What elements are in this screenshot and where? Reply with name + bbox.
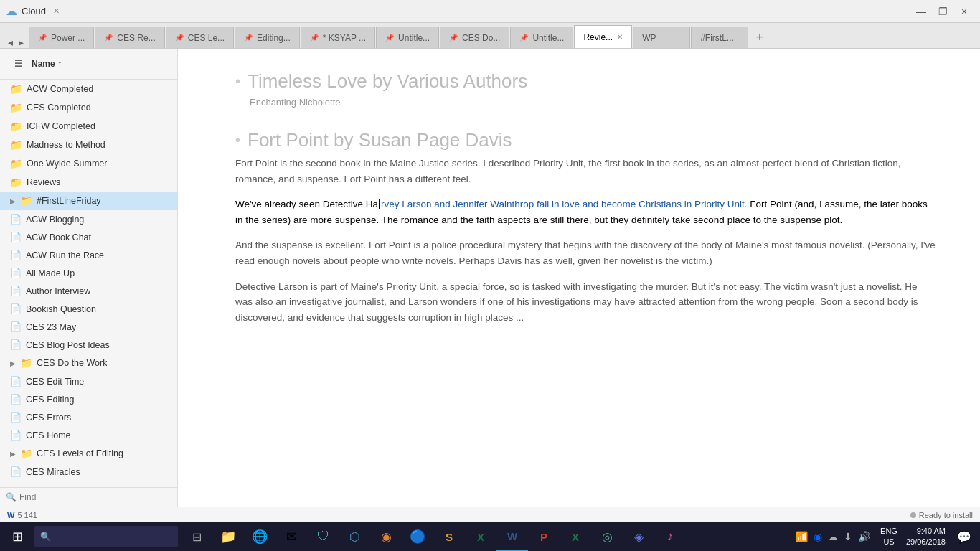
sidebar-item-ces-errors[interactable]: 📄 CES Errors <box>0 408 177 426</box>
tab-label: Untitle... <box>398 33 430 43</box>
tab-prev-button[interactable]: ◂ <box>6 37 15 48</box>
sidebar: ☰ Name ↑ 📁 ACW Completed 📁 CES Completed… <box>0 49 178 507</box>
sidebar-menu-icon[interactable]: ☰ <box>7 53 29 75</box>
doc-icon: 📄 <box>10 232 22 242</box>
close-small-icon[interactable]: ✕ <box>53 6 60 16</box>
sidebar-item-ces-do-work[interactable]: ▶ 📁 CES Do the Work <box>0 354 177 372</box>
doc-icon: 📄 <box>10 214 22 225</box>
restore-button[interactable]: ❐ <box>933 1 953 22</box>
expand-arrow-icon: ▶ <box>10 359 16 367</box>
taskbar-app-word[interactable]: W <box>496 522 528 551</box>
start-button[interactable]: ⊞ <box>3 522 32 551</box>
speaker-icon[interactable]: 🔊 <box>857 531 872 542</box>
sidebar-search: 🔍 <box>0 487 177 507</box>
tab-close-icon[interactable]: ✕ <box>617 33 623 41</box>
tab-untitled2[interactable]: 📌 Untitle... <box>510 27 573 48</box>
sidebar-item-acw-book-chat[interactable]: 📄 ACW Book Chat <box>0 228 177 246</box>
sidebar-item-ces-completed[interactable]: 📁 CES Completed <box>0 98 177 117</box>
tab-ces-le[interactable]: 📌 CES Le... <box>166 27 234 48</box>
sidebar-item-firstlinefriday[interactable]: ▶ 📁 #FirstLineFriday <box>0 192 177 210</box>
taskbar-app-diamond[interactable]: ◈ <box>623 522 654 551</box>
minimize-button[interactable]: — <box>911 1 931 22</box>
text-cursor <box>379 199 380 209</box>
tab-next-button[interactable]: ▸ <box>17 37 26 48</box>
taskbar-app-powerpoint[interactable]: P <box>528 522 560 551</box>
taskbar-app-explorer[interactable]: 📁 <box>212 522 244 551</box>
folder-icon: 📁 <box>10 139 22 151</box>
sidebar-item-one-wylde[interactable]: 📁 One Wylde Summer <box>0 154 177 173</box>
taskbar-app-edge[interactable]: 🌐 <box>244 522 275 551</box>
sidebar-item-ces-23-may[interactable]: 📄 CES 23 May <box>0 318 177 336</box>
taskbar-app-hex[interactable]: ⬡ <box>339 522 370 551</box>
sidebar-item-icfw-completed[interactable]: 📁 ICFW Completed <box>0 117 177 136</box>
taskbar-clock[interactable]: 9:40 AM 29/06/2018 <box>900 526 951 548</box>
sidebar-item-ces-editing[interactable]: 📄 CES Editing <box>0 390 177 408</box>
sidebar-item-label: CES Editing <box>26 395 74 405</box>
sidebar-item-ces-home[interactable]: 📄 CES Home <box>0 426 177 444</box>
tab-ksyap[interactable]: 📌 * KSYAP ... <box>301 27 375 48</box>
doc-para-3: And the suspense is excellent. Fort Poin… <box>235 237 937 268</box>
heading-text: Fort Point by Susan Page Davis <box>248 129 512 151</box>
sidebar-item-label: CES 23 May <box>26 322 76 332</box>
tab-revie[interactable]: Revie... ✕ <box>574 25 632 48</box>
sidebar-item-ces-blog[interactable]: 📄 CES Blog Post Ideas <box>0 336 177 354</box>
sidebar-item-author-interview[interactable]: 📄 Author Interview <box>0 282 177 300</box>
taskbar: ⊞ 🔍 ⊟ 📁 🌐 ✉ 🛡 ⬡ ◉ 🔵 S <box>0 522 980 551</box>
doc-subtext-timeless: Enchanting Nicholette <box>250 97 937 108</box>
taskbar-app-excel2[interactable]: X <box>560 522 591 551</box>
taskbar-app-ring[interactable]: ◎ <box>591 522 623 551</box>
sidebar-item-label: CES Miracles <box>26 467 80 477</box>
taskbar-app-chrome[interactable]: 🔵 <box>402 522 433 551</box>
cloud-tray-icon[interactable]: ☁ <box>826 531 839 542</box>
sidebar-item-ces-miracles[interactable]: 📄 CES Miracles <box>0 463 177 481</box>
notification-button[interactable]: 💬 <box>951 522 977 551</box>
taskbar-app-mail[interactable]: ✉ <box>275 522 307 551</box>
sidebar-item-label: #FirstLineFriday <box>37 196 101 206</box>
sidebar-item-acw-run[interactable]: 📄 ACW Run the Race <box>0 246 177 264</box>
tab-editing[interactable]: 📌 Editing... <box>235 27 300 48</box>
tab-power[interactable]: 📌 Power ... <box>29 27 94 48</box>
tab-bar: ◂ ▸ 📌 Power ... 📌 CES Re... 📌 CES Le... … <box>0 23 980 49</box>
bullet-icon: • <box>235 132 240 149</box>
taskbar-language[interactable]: ENG US <box>877 526 900 548</box>
hex-icon: ⬡ <box>349 529 360 545</box>
taskbar-app-taskview[interactable]: ⊟ <box>181 522 212 551</box>
sidebar-item-acw-blogging[interactable]: 📄 ACW Blogging <box>0 210 177 228</box>
doc-icon: 📄 <box>10 430 22 441</box>
taskbar-app-circle[interactable]: ◉ <box>370 522 402 551</box>
sidebar-item-all-made-up[interactable]: 📄 All Made Up <box>0 264 177 282</box>
doc-icon: 📄 <box>10 303 22 314</box>
sidebar-sort-label[interactable]: Name ↑ <box>32 59 62 69</box>
search-input[interactable] <box>19 492 171 502</box>
tab-untitled1[interactable]: 📌 Untitle... <box>376 27 439 48</box>
taskbar-app-music[interactable]: ♪ <box>654 522 686 551</box>
sidebar-item-ces-edit-time[interactable]: 📄 CES Edit Time <box>0 372 177 390</box>
taskbar-apps: ⊟ 📁 🌐 ✉ 🛡 ⬡ ◉ 🔵 S X W <box>181 522 788 551</box>
folder-icon: 📁 <box>10 83 22 95</box>
sidebar-item-reviews[interactable]: 📁 Reviews <box>0 173 177 192</box>
taskbar-app-shield[interactable]: 🛡 <box>307 522 339 551</box>
explorer-icon: 📁 <box>220 529 236 545</box>
tab-firstl[interactable]: #FirstL... <box>691 27 748 48</box>
update-icon[interactable]: ⬇ <box>842 531 854 542</box>
sidebar-item-acw-completed[interactable]: 📁 ACW Completed <box>0 80 177 98</box>
tab-pin-icon: 📌 <box>175 34 184 42</box>
new-tab-button[interactable]: + <box>749 27 771 48</box>
tab-wp[interactable]: WP <box>633 27 690 48</box>
folder-icon: 📁 <box>10 121 22 132</box>
tab-ces-re[interactable]: 📌 CES Re... <box>95 27 164 48</box>
tab-ces-do[interactable]: 📌 CES Do... <box>440 27 509 48</box>
sidebar-item-ces-levels[interactable]: ▶ 📁 CES Levels of Editing <box>0 444 177 463</box>
dropbox-icon[interactable]: ◉ <box>812 531 824 542</box>
sidebar-item-madness[interactable]: 📁 Madness to Method <box>0 136 177 154</box>
sidebar-item-bookish-question[interactable]: 📄 Bookish Question <box>0 300 177 318</box>
main-layout: ☰ Name ↑ 📁 ACW Completed 📁 CES Completed… <box>0 49 980 507</box>
network-icon[interactable]: 📶 <box>794 531 809 542</box>
taskbar-app-scrivener[interactable]: S <box>433 522 465 551</box>
region-label: US <box>880 537 897 547</box>
lang-label: ENG <box>880 526 897 537</box>
taskbar-search[interactable]: 🔍 <box>34 526 178 547</box>
close-button[interactable]: × <box>954 1 974 22</box>
expand-arrow-icon: ▶ <box>10 197 16 205</box>
taskbar-app-excel[interactable]: X <box>465 522 496 551</box>
